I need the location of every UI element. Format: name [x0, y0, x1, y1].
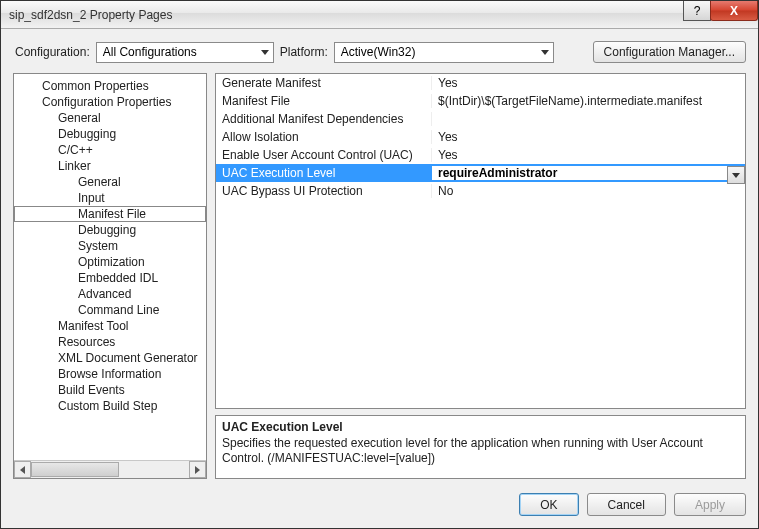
tree-node-config[interactable]: Configuration Properties [14, 94, 206, 110]
tree-node-common[interactable]: Common Properties [14, 78, 206, 94]
property-value[interactable]: requireAdministrator [432, 166, 745, 180]
tree-node-linker-cmd[interactable]: Command Line [14, 302, 206, 318]
help-button[interactable]: ? [683, 1, 711, 21]
help-icon: ? [694, 4, 701, 18]
configuration-select[interactable]: All Configurations [96, 42, 274, 63]
body: Common Properties Configuration Properti… [1, 73, 758, 487]
scroll-right-button[interactable] [189, 461, 206, 478]
property-row[interactable]: Allow IsolationYes [216, 128, 745, 146]
apply-button[interactable]: Apply [674, 493, 746, 516]
triangle-left-icon [20, 466, 25, 474]
tree-node-resources[interactable]: Resources [14, 334, 206, 350]
configuration-label: Configuration: [15, 45, 90, 59]
tree-node-xml-doc[interactable]: XML Document Generator [14, 350, 206, 366]
ok-button[interactable]: OK [519, 493, 578, 516]
description-body: Specifies the requested execution level … [222, 436, 739, 466]
tree-node-debugging[interactable]: Debugging [14, 126, 206, 142]
property-row[interactable]: UAC Execution LevelrequireAdministrator [216, 164, 745, 182]
tree-node-linker-debugging[interactable]: Debugging [14, 222, 206, 238]
platform-value: Active(Win32) [341, 45, 416, 59]
tree-node-linker-manifest[interactable]: Manifest File [14, 206, 206, 222]
tree-node-linker-general[interactable]: General [14, 174, 206, 190]
description-title: UAC Execution Level [222, 420, 739, 434]
scroll-left-button[interactable] [14, 461, 31, 478]
window-title: sip_sdf2dsn_2 Property Pages [9, 8, 172, 22]
tree-node-linker-input[interactable]: Input [14, 190, 206, 206]
window-buttons: ? X [684, 1, 758, 21]
property-row[interactable]: Enable User Account Control (UAC)Yes [216, 146, 745, 164]
property-label: Allow Isolation [216, 130, 432, 144]
property-label: Manifest File [216, 94, 432, 108]
scroll-thumb[interactable] [31, 462, 119, 477]
close-icon: X [730, 4, 738, 18]
tree-horizontal-scrollbar[interactable] [14, 460, 206, 478]
platform-label: Platform: [280, 45, 328, 59]
cancel-button[interactable]: Cancel [587, 493, 666, 516]
property-label: Additional Manifest Dependencies [216, 112, 432, 126]
property-label: UAC Bypass UI Protection [216, 184, 432, 198]
tree-node-ccpp[interactable]: C/C++ [14, 142, 206, 158]
property-label: UAC Execution Level [216, 166, 432, 180]
property-pages-window: sip_sdf2dsn_2 Property Pages ? X Configu… [0, 0, 759, 529]
tree-node-manifest-tool[interactable]: Manifest Tool [14, 318, 206, 334]
tree-node-linker-system[interactable]: System [14, 238, 206, 254]
platform-select[interactable]: Active(Win32) [334, 42, 554, 63]
property-value[interactable]: $(IntDir)\$(TargetFileName).intermediate… [432, 94, 745, 108]
property-grid[interactable]: Generate ManifestYesManifest File$(IntDi… [215, 73, 746, 409]
properties-tree[interactable]: Common Properties Configuration Properti… [14, 74, 206, 460]
chevron-down-icon [732, 173, 740, 178]
property-value[interactable]: No [432, 184, 745, 198]
dropdown-button[interactable] [727, 166, 745, 184]
property-row[interactable]: Generate ManifestYes [216, 74, 745, 92]
titlebar[interactable]: sip_sdf2dsn_2 Property Pages ? X [1, 1, 758, 29]
configuration-value: All Configurations [103, 45, 197, 59]
dialog-buttons: OK Cancel Apply [1, 487, 758, 528]
tree-panel: Common Properties Configuration Properti… [13, 73, 207, 479]
tree-node-browse-info[interactable]: Browse Information [14, 366, 206, 382]
property-value[interactable]: Yes [432, 76, 745, 90]
tree-node-custom-build[interactable]: Custom Build Step [14, 398, 206, 414]
property-row[interactable]: Additional Manifest Dependencies [216, 110, 745, 128]
tree-node-general[interactable]: General [14, 110, 206, 126]
tree-node-linker-idl[interactable]: Embedded IDL [14, 270, 206, 286]
config-toolbar: Configuration: All Configurations Platfo… [1, 29, 758, 73]
property-value[interactable]: Yes [432, 130, 745, 144]
chevron-down-icon [261, 50, 269, 55]
chevron-down-icon [541, 50, 549, 55]
tree-node-linker[interactable]: Linker [14, 158, 206, 174]
tree-node-linker-optimization[interactable]: Optimization [14, 254, 206, 270]
configuration-manager-button[interactable]: Configuration Manager... [593, 41, 746, 63]
property-value[interactable]: Yes [432, 148, 745, 162]
scroll-track[interactable] [31, 461, 189, 478]
description-panel: UAC Execution Level Specifies the reques… [215, 415, 746, 479]
property-label: Generate Manifest [216, 76, 432, 90]
property-row[interactable]: UAC Bypass UI ProtectionNo [216, 182, 745, 200]
property-label: Enable User Account Control (UAC) [216, 148, 432, 162]
property-row[interactable]: Manifest File$(IntDir)\$(TargetFileName)… [216, 92, 745, 110]
triangle-right-icon [195, 466, 200, 474]
tree-node-linker-advanced[interactable]: Advanced [14, 286, 206, 302]
tree-node-build-events[interactable]: Build Events [14, 382, 206, 398]
close-button[interactable]: X [710, 1, 758, 21]
right-panel: Generate ManifestYesManifest File$(IntDi… [215, 73, 746, 479]
